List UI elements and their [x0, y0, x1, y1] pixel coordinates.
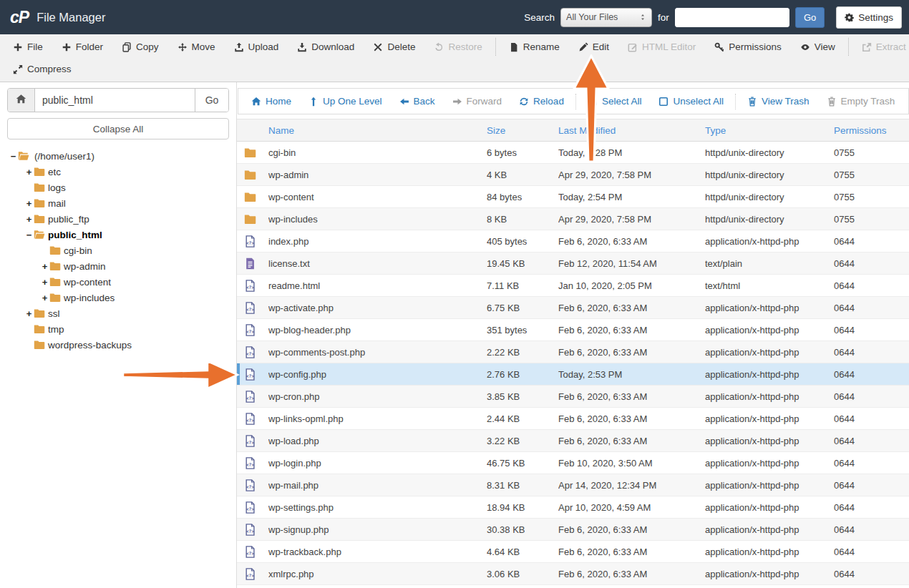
file-name: wp-trackback.php [268, 547, 487, 557]
tree-expander[interactable]: + [40, 293, 49, 303]
collapse-all-button[interactable]: Collapse All [7, 118, 229, 139]
file-permissions: 0644 [834, 236, 909, 247]
tree-expander[interactable]: + [40, 277, 49, 288]
file-row-wp-content[interactable]: wp-content 84 bytes Today, 2:54 PM httpd… [237, 186, 909, 208]
tree-item-label: wp-content [64, 277, 111, 288]
file-row-wp-login-php[interactable]: <?> wp-login.php 46.75 KB Feb 10, 2020, … [237, 452, 909, 474]
toolbar-permissions-button[interactable]: Permissions [705, 41, 791, 52]
tree-item-tmp[interactable]: tmp [7, 321, 229, 337]
tree-expander[interactable]: − [24, 230, 34, 240]
tree-item-label: wordpress-backups [48, 340, 132, 351]
file-row-wp-mail-php[interactable]: <?> wp-mail.php 8.31 KB Apr 14, 2020, 12… [237, 474, 909, 496]
tree-item-wp-content[interactable]: + wp-content [7, 274, 229, 290]
nav-unselect-all-button[interactable]: Unselect All [650, 96, 732, 107]
file-row-wp-trackback-php[interactable]: <?> wp-trackback.php 4.64 KB Feb 6, 2020… [237, 541, 909, 563]
tree-item-label: etc [48, 167, 61, 177]
tree-item-label: wp-admin [64, 261, 106, 272]
file-row-wp-load-php[interactable]: <?> wp-load.php 3.22 KB Feb 6, 2020, 6:3… [237, 430, 909, 452]
file-row-wp-blog-header-php[interactable]: <?> wp-blog-header.php 351 bytes Feb 6, … [237, 319, 909, 341]
search-scope-select[interactable]: All Your Files [560, 8, 652, 27]
home-icon [16, 94, 26, 107]
svg-text:<?>: <?> [246, 240, 255, 245]
nav-back-button[interactable]: Back [391, 96, 444, 107]
tree-item-ssl[interactable]: + ssl [7, 305, 229, 321]
file-row-readme-html[interactable]: <?> readme.html 7.11 KB Jan 10, 2020, 2:… [237, 275, 909, 297]
file-name: wp-settings.php [268, 502, 487, 513]
folder-icon [34, 214, 45, 224]
file-row-xmlrpc-php[interactable]: <?> xmlrpc.php 3.06 KB Feb 6, 2020, 6:33… [237, 563, 909, 585]
tree-item-wordpress-backups[interactable]: wordpress-backups [7, 337, 229, 353]
tree-expander[interactable]: − [9, 151, 18, 162]
file-row-wp-config-php[interactable]: <?> wp-config.php 2.76 KB Today, 2:53 PM… [237, 363, 909, 386]
file-row-wp-admin[interactable]: wp-admin 4 KB Apr 29, 2020, 7:58 PM http… [237, 164, 909, 186]
file-row-wp-comments-post-php[interactable]: <?> wp-comments-post.php 2.22 KB Feb 6, … [237, 341, 909, 363]
search-input[interactable] [675, 8, 789, 27]
tree-item-mail[interactable]: + mail [7, 195, 229, 211]
plus-icon [62, 42, 72, 52]
nav-forward-button: Forward [444, 96, 511, 107]
toolbar-copy-button[interactable]: Copy [112, 41, 168, 52]
toolbar-upload-button[interactable]: Upload [225, 41, 288, 52]
nav-reload-button[interactable]: Reload [510, 96, 573, 107]
tree-expander[interactable]: + [24, 308, 34, 319]
tree-expander[interactable]: + [40, 261, 49, 272]
column-header-name[interactable]: Name [268, 125, 487, 136]
tree-item-wp-includes[interactable]: + wp-includes [7, 290, 229, 305]
column-header-size[interactable]: Size [487, 125, 558, 136]
file-size: 30.38 KB [487, 524, 558, 535]
file-row-wp-links-opml-php[interactable]: <?> wp-links-opml.php 2.44 KB Feb 6, 202… [237, 408, 909, 430]
toolbar-folder-button[interactable]: Folder [52, 41, 112, 52]
column-header-last-modified[interactable]: Last Modified [558, 125, 705, 136]
toolbar-download-button[interactable]: Download [288, 41, 364, 52]
file-row-wp-includes[interactable]: wp-includes 8 KB Apr 29, 2020, 7:58 PM h… [237, 208, 909, 230]
column-header-permissions[interactable]: Permissions [834, 125, 909, 136]
settings-button[interactable]: Settings [836, 6, 902, 29]
tree-item-wp-admin[interactable]: + wp-admin [7, 258, 229, 274]
toolbar-view-button[interactable]: View [791, 41, 845, 52]
tree-item-logs[interactable]: logs [7, 180, 229, 195]
tree-item-public-ftp[interactable]: + public_ftp [7, 211, 229, 227]
toolbar-file-button[interactable]: File [4, 41, 52, 52]
nav-select-all-button[interactable]: Select All [579, 96, 651, 107]
file-permissions: 0644 [834, 325, 909, 335]
folder-icon [34, 340, 45, 350]
file-row-wp-cron-php[interactable]: <?> wp-cron.php 3.85 KB Feb 6, 2020, 6:3… [237, 386, 909, 408]
tree-expander[interactable]: + [24, 198, 34, 209]
file-row-wp-settings-php[interactable]: <?> wp-settings.php 18.94 KB Apr 10, 202… [237, 496, 909, 519]
file-name: wp-login.php [268, 458, 487, 469]
tree-item--home-user1-[interactable]: − (/home/user1) [7, 148, 229, 164]
toolbar-rename-button[interactable]: Rename [500, 41, 569, 52]
tree-item-public-html[interactable]: − public_html [7, 227, 229, 242]
nav-up-one-level-button[interactable]: Up One Level [300, 96, 391, 107]
tree-expander[interactable]: + [24, 167, 34, 177]
file-modified: Today, 2:53 PM [558, 369, 705, 380]
path-input[interactable] [35, 89, 195, 112]
svg-text:<?>: <?> [246, 461, 255, 467]
file-type: application/x-httpd-php [705, 347, 834, 358]
path-home-button[interactable] [8, 89, 35, 112]
tree-item-etc[interactable]: + etc [7, 164, 229, 180]
search-go-button[interactable]: Go [795, 7, 825, 28]
file-size: 3.85 KB [487, 391, 558, 402]
file-row-cgi-bin[interactable]: cgi-bin 6 bytes Today, 2:28 PM httpd/uni… [237, 142, 909, 164]
file-permissions: 0644 [834, 502, 909, 513]
nav-view-trash-button[interactable]: View Trash [739, 96, 818, 107]
toolbar-delete-button[interactable]: Delete [364, 41, 424, 52]
toolbar-compress-button[interactable]: Compress [4, 64, 81, 74]
toolbar-edit-button[interactable]: Edit [569, 41, 618, 52]
toolbar-move-button[interactable]: Move [168, 41, 225, 52]
app-header: cP File Manager Search All Your Files fo… [0, 0, 909, 34]
file-row-wp-activate-php[interactable]: <?> wp-activate.php 6.75 KB Feb 6, 2020,… [237, 297, 909, 319]
svg-text:<?>: <?> [246, 417, 255, 423]
file-table-body: cgi-bin 6 bytes Today, 2:28 PM httpd/uni… [237, 142, 909, 585]
path-go-button[interactable]: Go [195, 89, 228, 112]
file-row-wp-signup-php[interactable]: <?> wp-signup.php 30.38 KB Feb 6, 2020, … [237, 519, 909, 541]
folder-open-icon [34, 230, 45, 240]
tree-item-cgi-bin[interactable]: cgi-bin [7, 242, 229, 258]
tree-expander[interactable]: + [24, 214, 34, 225]
file-row-index-php[interactable]: <?> index.php 405 bytes Feb 6, 2020, 6:3… [237, 230, 909, 253]
column-header-type[interactable]: Type [705, 125, 834, 136]
file-permissions: 0755 [834, 192, 909, 202]
file-row-license-txt[interactable]: license.txt 19.45 KB Feb 12, 2020, 11:54… [237, 253, 909, 275]
nav-home-button[interactable]: Home [243, 96, 300, 107]
